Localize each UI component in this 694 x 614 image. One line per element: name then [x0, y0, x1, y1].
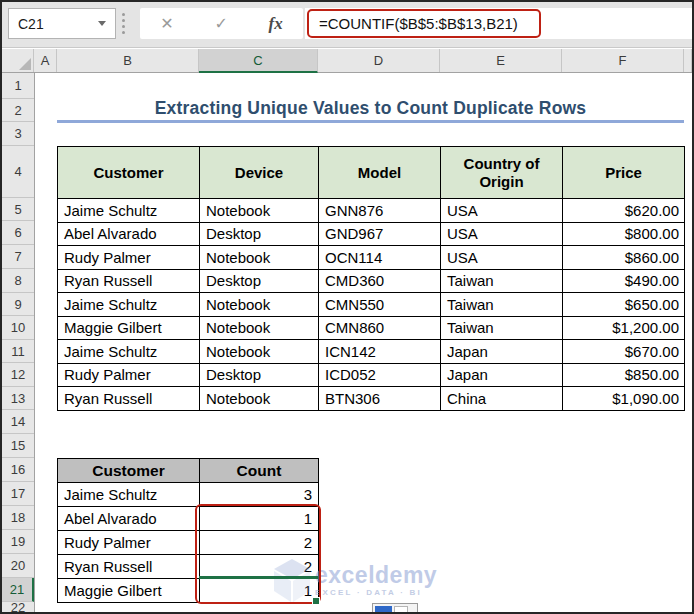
table-cell[interactable]: Taiwan [441, 317, 563, 341]
table-cell[interactable]: OCN114 [319, 246, 441, 270]
count-cell[interactable]: Ryan Russell [58, 555, 200, 579]
column-header-B[interactable]: B [57, 49, 199, 72]
table-cell[interactable]: USA [441, 246, 563, 270]
insert-function-icon[interactable]: fx [268, 14, 282, 34]
table-header-cell[interactable]: Device [200, 147, 319, 199]
row-header-7[interactable]: 7 [2, 245, 34, 269]
table-cell[interactable]: Notebook [200, 246, 319, 270]
row-header-21[interactable]: 21 [2, 578, 34, 602]
table-cell[interactable]: Notebook [200, 293, 319, 317]
table-cell[interactable]: GND967 [319, 223, 441, 247]
sheet-title[interactable]: Extracting Unique Values to Count Duplic… [57, 97, 684, 120]
table-cell[interactable]: $860.00 [563, 246, 685, 270]
table-cell[interactable]: $670.00 [563, 340, 685, 364]
table-cell[interactable]: Maggie Gilbert [58, 317, 200, 341]
table-cell[interactable]: $1,200.00 [563, 317, 685, 341]
enter-icon[interactable]: ✓ [214, 16, 227, 32]
column-header-C[interactable]: C [199, 49, 318, 73]
table-cell[interactable]: China [441, 387, 563, 411]
table-cell[interactable]: CMN550 [319, 293, 441, 317]
table-cell[interactable]: BTN306 [319, 387, 441, 411]
fill-options-button[interactable] [372, 603, 418, 614]
row-header-13[interactable]: 13 [2, 387, 34, 410]
watermark-brand: exceldemy [315, 564, 437, 586]
table-cell[interactable]: Ryan Russell [58, 387, 200, 411]
row-header-1[interactable]: 1 [2, 73, 34, 99]
row-header-18[interactable]: 18 [2, 506, 34, 530]
cancel-icon[interactable]: ✕ [160, 16, 173, 32]
row-header-6[interactable]: 6 [2, 221, 34, 245]
table-cell[interactable]: Notebook [200, 317, 319, 341]
table-cell[interactable]: Jaime Schultz [58, 340, 200, 364]
formula-input[interactable]: =COUNTIF($B$5:$B$13,B21) [305, 8, 692, 39]
table-cell[interactable]: CMN860 [319, 317, 441, 341]
table-cell[interactable]: Jaime Schultz [58, 293, 200, 317]
chevron-down-icon[interactable] [98, 21, 106, 26]
table-cell[interactable]: Desktop [200, 223, 319, 247]
row-header-16[interactable]: 16 [2, 458, 34, 482]
row-header-4[interactable]: 4 [2, 146, 34, 198]
select-all-button[interactable] [2, 49, 34, 72]
table-cell[interactable]: Desktop [200, 364, 319, 388]
row-header-5[interactable]: 5 [2, 198, 34, 221]
row-header-14[interactable]: 14 [2, 410, 34, 434]
count-cell[interactable]: Rudy Palmer [58, 531, 200, 555]
row-header-22[interactable]: 22 [2, 602, 34, 612]
table-cell[interactable]: Taiwan [441, 293, 563, 317]
table-cell[interactable]: Taiwan [441, 270, 563, 294]
table-header-cell[interactable]: Country of Origin [441, 147, 563, 199]
row-header-11[interactable]: 11 [2, 340, 34, 363]
fill-handle[interactable] [312, 597, 320, 605]
table-cell[interactable]: Desktop [200, 270, 319, 294]
column-header-F[interactable]: F [562, 49, 684, 72]
count-header-cell[interactable]: Count [200, 459, 319, 483]
table-cell[interactable]: USA [441, 223, 563, 247]
table-cell[interactable]: USA [441, 199, 563, 223]
row-header-9[interactable]: 9 [2, 293, 34, 316]
table-cell[interactable]: $800.00 [563, 223, 685, 247]
row-header-12[interactable]: 12 [2, 363, 34, 387]
column-header-A[interactable]: A [34, 49, 57, 72]
table-cell[interactable]: CMD360 [319, 270, 441, 294]
table-cell[interactable]: Japan [441, 364, 563, 388]
column-header-band: A B C D E F [2, 49, 692, 73]
row-header-17[interactable]: 17 [2, 482, 34, 506]
table-header-cell[interactable]: Price [563, 147, 685, 199]
table-cell[interactable]: Japan [441, 340, 563, 364]
table-cell[interactable]: ICD052 [319, 364, 441, 388]
table-cell[interactable]: Rudy Palmer [58, 364, 200, 388]
count-header-cell[interactable]: Customer [58, 459, 200, 483]
table-cell[interactable]: $850.00 [563, 364, 685, 388]
table-cell[interactable]: $490.00 [563, 270, 685, 294]
table-cell[interactable]: $1,090.00 [563, 387, 685, 411]
name-box[interactable]: C21 [8, 8, 116, 39]
table-cell[interactable]: Notebook [200, 199, 319, 223]
table-cell[interactable]: Rudy Palmer [58, 246, 200, 270]
row-header-10[interactable]: 10 [2, 316, 34, 340]
count-cell[interactable]: Abel Alvarado [58, 507, 200, 531]
table-header-cell[interactable]: Model [319, 147, 441, 199]
count-cell[interactable]: Maggie Gilbert [58, 579, 200, 603]
column-header-D[interactable]: D [318, 49, 440, 72]
fill-options-white-icon [394, 606, 408, 614]
excel-window: C21 ✕ ✓ fx =COUNTIF($B$5:$B$13,B21) A B … [0, 0, 694, 614]
table-cell[interactable]: ICN142 [319, 340, 441, 364]
row-header-3[interactable]: 3 [2, 122, 34, 146]
table-cell[interactable]: $650.00 [563, 293, 685, 317]
column-header-partial[interactable] [684, 49, 692, 72]
table-cell[interactable]: GNN876 [319, 199, 441, 223]
table-cell[interactable]: Ryan Russell [58, 270, 200, 294]
count-cell[interactable]: Jaime Schultz [58, 483, 200, 507]
table-cell[interactable]: Notebook [200, 387, 319, 411]
table-cell[interactable]: Abel Alvarado [58, 223, 200, 247]
table-cell[interactable]: Notebook [200, 340, 319, 364]
row-header-8[interactable]: 8 [2, 269, 34, 293]
row-header-15[interactable]: 15 [2, 434, 34, 458]
row-header-2[interactable]: 2 [2, 99, 34, 122]
table-cell[interactable]: Jaime Schultz [58, 199, 200, 223]
column-header-E[interactable]: E [440, 49, 562, 72]
table-cell[interactable]: $620.00 [563, 199, 685, 223]
table-header-cell[interactable]: Customer [58, 147, 200, 199]
row-header-20[interactable]: 20 [2, 554, 34, 578]
row-header-19[interactable]: 19 [2, 530, 34, 554]
